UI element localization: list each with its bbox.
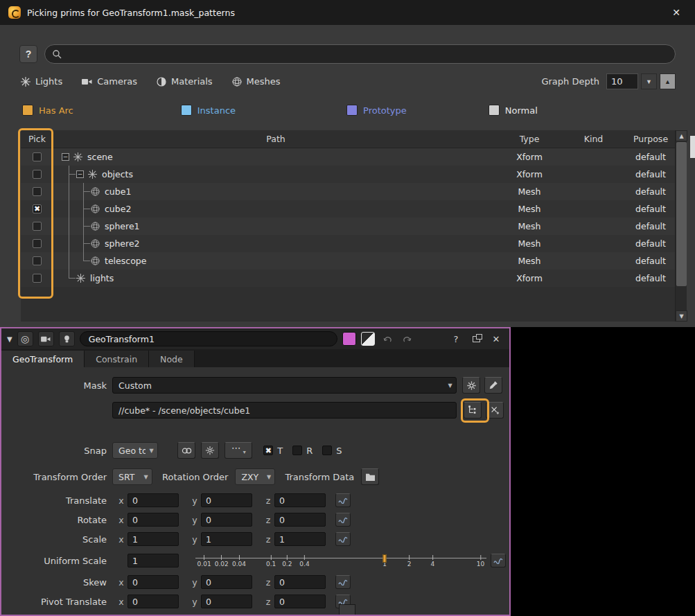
window-scrollbar-thumb[interactable]: [690, 136, 695, 158]
uniform-scale-slider[interactable]: 0.01 0.02 0.04 0.1 0.2 0.4 1 2 4 10: [195, 552, 486, 570]
tab-constrain[interactable]: Constrain: [85, 351, 149, 367]
snap-t-checkbox[interactable]: ✖: [263, 446, 273, 455]
scale-z-input[interactable]: [274, 532, 326, 546]
z-axis-label: z: [265, 515, 272, 525]
rotate-curve-button[interactable]: [335, 513, 351, 527]
uniform-scale-label: Uniform Scale: [1, 556, 112, 566]
filter-cameras[interactable]: Cameras: [82, 76, 137, 87]
table-row-cube1[interactable]: cube1 Mesh default: [21, 183, 675, 200]
node-name-input[interactable]: [80, 331, 337, 346]
collapse-expander-icon[interactable]: [62, 153, 69, 161]
camera-button[interactable]: [38, 331, 54, 346]
z-axis-label: z: [265, 495, 272, 506]
collapse-expander-icon[interactable]: [76, 170, 84, 178]
snap-orient-button[interactable]: [201, 442, 219, 459]
scroll-down-button[interactable]: [676, 310, 687, 322]
pick-checkbox[interactable]: [33, 239, 42, 248]
table-row-sphere2[interactable]: sphere2 Mesh default: [21, 235, 675, 252]
pick-checkbox[interactable]: [33, 170, 42, 179]
collapse-panel-icon[interactable]: [7, 335, 12, 343]
table-row-lights[interactable]: lights Xform default: [21, 270, 675, 287]
rotate-x-input[interactable]: [127, 513, 179, 527]
rotation-order-dropdown[interactable]: ZXY: [235, 468, 275, 485]
gl-color-swatch[interactable]: [361, 332, 375, 346]
snap-dropdown[interactable]: Geo to: [112, 442, 158, 459]
center-node-button[interactable]: [17, 331, 33, 346]
node-color-swatch[interactable]: [342, 332, 356, 346]
pivot-translate-x-input[interactable]: [127, 595, 179, 608]
graph-depth-decrement-button[interactable]: ▼: [641, 73, 657, 89]
prim-purpose: default: [626, 273, 675, 283]
scene-graph-picker-button[interactable]: [464, 402, 482, 419]
scale-y-input[interactable]: [201, 532, 252, 546]
mask-dropdown[interactable]: Custom: [112, 377, 457, 394]
scroll-up-button[interactable]: [676, 130, 687, 141]
translate-curve-button[interactable]: [335, 493, 351, 507]
undo-button[interactable]: [380, 331, 395, 346]
scrollbar-thumb[interactable]: [676, 142, 687, 286]
search-input[interactable]: [66, 49, 668, 60]
skew-curve-button[interactable]: [335, 575, 351, 589]
camera-icon: [82, 78, 92, 86]
more-icon: ⋯: [231, 443, 240, 453]
skew-z-input[interactable]: [274, 575, 326, 589]
undo-icon: [382, 335, 392, 344]
search-box[interactable]: [44, 44, 676, 64]
rotate-z-input[interactable]: [274, 513, 326, 527]
transform-data-button[interactable]: [361, 468, 379, 485]
pick-checkbox[interactable]: [33, 274, 42, 283]
uniform-scale-input[interactable]: [127, 554, 179, 567]
transform-order-dropdown[interactable]: SRT: [112, 468, 152, 485]
panel-help-button[interactable]: ?: [448, 331, 464, 346]
snap-s-checkbox[interactable]: [322, 446, 332, 455]
snap-r-checkbox[interactable]: [292, 446, 302, 455]
light-button[interactable]: [59, 331, 75, 346]
filter-materials[interactable]: Materials: [157, 76, 213, 87]
table-row-cube2[interactable]: ✖ cube2 Mesh default: [21, 200, 675, 218]
graph-depth-increment-button[interactable]: ▲: [660, 73, 676, 89]
pick-checkbox[interactable]: [33, 256, 42, 265]
mask-eyedropper-button[interactable]: [484, 377, 502, 394]
table-row-scene[interactable]: scene Xform default: [21, 148, 675, 166]
pivot-translate-z-input[interactable]: [274, 595, 326, 608]
pick-checkbox[interactable]: [33, 152, 42, 161]
graph-depth-input[interactable]: [606, 73, 638, 89]
snap-more-button[interactable]: ⋯: [225, 442, 252, 459]
pivot-translate-y-input[interactable]: [201, 595, 252, 608]
pick-checkbox[interactable]: [33, 222, 42, 231]
scale-x-input[interactable]: [127, 532, 179, 546]
rotate-y-input[interactable]: [201, 513, 252, 527]
filter-lights-label: Lights: [35, 76, 62, 87]
panel-close-button[interactable]: ✕: [489, 331, 504, 346]
rotation-order-value: ZXY: [236, 472, 263, 482]
filter-lights[interactable]: Lights: [21, 76, 62, 87]
filter-meshes[interactable]: Meshes: [232, 76, 281, 87]
float-panel-button[interactable]: [468, 331, 484, 346]
filter-row: Lights Cameras Materials Meshes: [21, 73, 676, 89]
pick-checkbox[interactable]: [33, 187, 42, 196]
translate-y-input[interactable]: [201, 493, 252, 507]
window-close-button[interactable]: ✕: [666, 3, 687, 22]
tab-node[interactable]: Node: [149, 351, 195, 367]
help-button[interactable]: ?: [19, 45, 37, 63]
translate-x-input[interactable]: [127, 493, 179, 507]
table-scrollbar[interactable]: [675, 130, 687, 322]
skew-x-input[interactable]: [127, 575, 179, 589]
mask-settings-button[interactable]: [462, 377, 480, 394]
slider-tick: 0.01: [197, 552, 211, 567]
has-arc-swatch: [22, 105, 33, 116]
skew-y-input[interactable]: [201, 575, 252, 589]
tab-geotransform[interactable]: GeoTransform: [1, 351, 85, 367]
table-row-sphere1[interactable]: sphere1 Mesh default: [21, 218, 675, 235]
mask-pattern-input[interactable]: [112, 402, 457, 419]
uniform-scale-curve-button[interactable]: [491, 554, 506, 567]
slider-handle[interactable]: [383, 554, 387, 563]
snap-match-button[interactable]: [177, 442, 195, 459]
scale-curve-button[interactable]: [335, 532, 351, 546]
table-row-telescope[interactable]: telescope Mesh default: [21, 252, 675, 270]
table-row-objects[interactable]: objects Xform default: [21, 166, 675, 183]
pick-checkbox-checked[interactable]: ✖: [33, 204, 42, 213]
clear-pattern-button[interactable]: [486, 402, 504, 419]
redo-button[interactable]: [400, 331, 415, 346]
translate-z-input[interactable]: [274, 493, 326, 507]
